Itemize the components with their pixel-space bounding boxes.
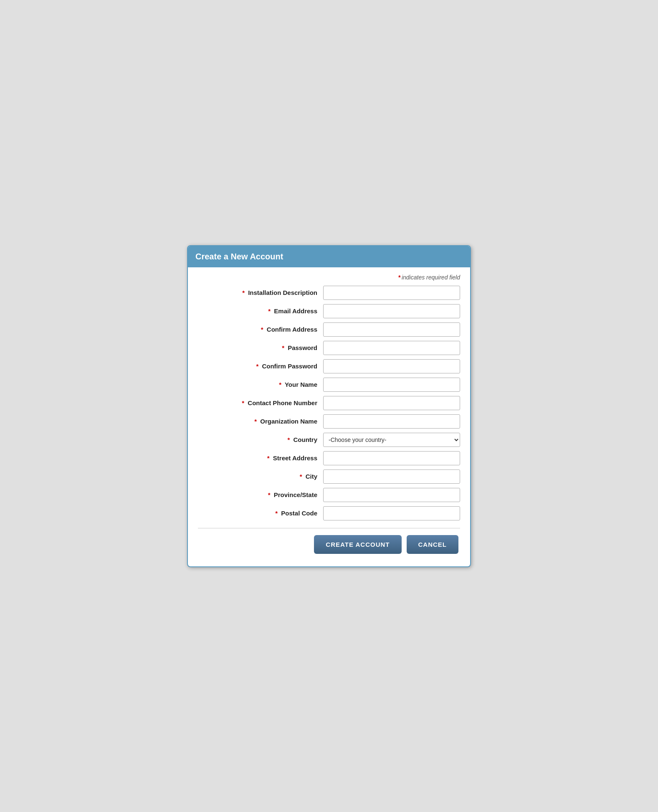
input-province-state[interactable] <box>323 488 460 502</box>
input-email-address[interactable] <box>323 304 460 318</box>
label-email-address: * Email Address <box>198 307 323 315</box>
field-row-confirm-address: * Confirm Address <box>198 322 460 337</box>
field-row-city: * City <box>198 469 460 484</box>
label-province-state: * Province/State <box>198 491 323 498</box>
input-your-name[interactable] <box>323 378 460 392</box>
input-city[interactable] <box>323 469 460 484</box>
input-organization-name[interactable] <box>323 414 460 429</box>
label-organization-name: * Organization Name <box>198 418 323 425</box>
input-confirm-password[interactable] <box>323 359 460 373</box>
select-country[interactable]: -Choose your country- <box>323 433 460 447</box>
field-row-password: * Password <box>198 341 460 355</box>
field-row-your-name: * Your Name <box>198 378 460 392</box>
field-row-email-address: * Email Address <box>198 304 460 318</box>
input-postal-code[interactable] <box>323 506 460 520</box>
cancel-button[interactable]: CANCEL <box>407 535 459 554</box>
required-asterisk: * <box>398 274 400 281</box>
footer-divider <box>198 528 460 528</box>
field-row-confirm-password: * Confirm Password <box>198 359 460 373</box>
create-account-dialog: Create a New Account *indicates required… <box>187 245 471 567</box>
label-street-address: * Street Address <box>198 454 323 462</box>
create-account-button[interactable]: CREATE ACCOUNT <box>314 535 401 554</box>
dialog-footer: CREATE ACCOUNT CANCEL <box>198 535 460 558</box>
field-row-country: * Country -Choose your country- <box>198 433 460 447</box>
label-country: * Country <box>198 436 323 443</box>
label-city: * City <box>198 473 323 480</box>
label-your-name: * Your Name <box>198 381 323 388</box>
input-confirm-address[interactable] <box>323 322 460 337</box>
input-installation-description[interactable] <box>323 286 460 300</box>
label-password: * Password <box>198 344 323 351</box>
field-row-province-state: * Province/State <box>198 488 460 502</box>
field-row-street-address: * Street Address <box>198 451 460 465</box>
input-street-address[interactable] <box>323 451 460 465</box>
dialog-header: Create a New Account <box>188 246 470 267</box>
label-installation-description: * Installation Description <box>198 289 323 296</box>
required-note: *indicates required field <box>198 274 460 281</box>
input-password[interactable] <box>323 341 460 355</box>
label-postal-code: * Postal Code <box>198 510 323 517</box>
field-row-organization-name: * Organization Name <box>198 414 460 429</box>
label-confirm-password: * Confirm Password <box>198 363 323 370</box>
dialog-title: Create a New Account <box>195 252 283 261</box>
label-contact-phone: * Contact Phone Number <box>198 399 323 406</box>
input-contact-phone[interactable] <box>323 396 460 410</box>
field-row-postal-code: * Postal Code <box>198 506 460 520</box>
dialog-body: *indicates required field * Installation… <box>188 267 470 566</box>
field-row-contact-phone: * Contact Phone Number <box>198 396 460 410</box>
label-confirm-address: * Confirm Address <box>198 326 323 333</box>
field-row-installation-description: * Installation Description <box>198 286 460 300</box>
